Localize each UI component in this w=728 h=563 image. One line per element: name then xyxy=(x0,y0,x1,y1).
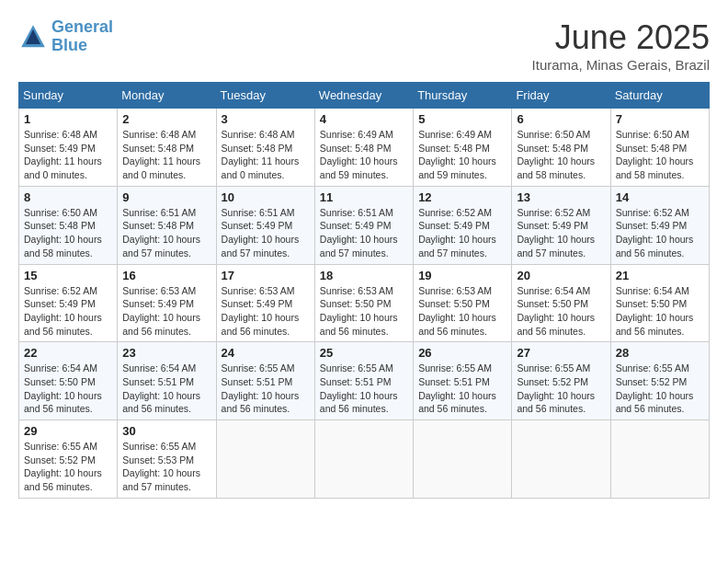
calendar-cell: 8Sunrise: 6:50 AM Sunset: 5:48 PM Daylig… xyxy=(19,186,118,264)
day-detail: Sunrise: 6:52 AM Sunset: 5:49 PM Dayligh… xyxy=(517,206,605,260)
day-number: 6 xyxy=(517,112,605,126)
calendar-week-row: 22Sunrise: 6:54 AM Sunset: 5:50 PM Dayli… xyxy=(19,342,710,420)
day-detail: Sunrise: 6:48 AM Sunset: 5:49 PM Dayligh… xyxy=(24,128,112,182)
calendar-cell: 1Sunrise: 6:48 AM Sunset: 5:49 PM Daylig… xyxy=(19,109,118,187)
day-detail: Sunrise: 6:50 AM Sunset: 5:48 PM Dayligh… xyxy=(24,206,112,260)
day-detail: Sunrise: 6:55 AM Sunset: 5:51 PM Dayligh… xyxy=(222,362,310,416)
day-number: 11 xyxy=(320,190,408,204)
calendar-cell: 17Sunrise: 6:53 AM Sunset: 5:49 PM Dayli… xyxy=(216,264,314,342)
calendar-cell: 12Sunrise: 6:52 AM Sunset: 5:49 PM Dayli… xyxy=(414,186,512,264)
day-number: 15 xyxy=(24,269,112,282)
day-number: 8 xyxy=(24,190,112,204)
calendar-cell: 14Sunrise: 6:52 AM Sunset: 5:49 PM Dayli… xyxy=(610,186,709,264)
day-detail: Sunrise: 6:53 AM Sunset: 5:49 PM Dayligh… xyxy=(222,284,310,339)
column-header-thursday: Thursday xyxy=(414,83,512,109)
calendar-cell: 6Sunrise: 6:50 AM Sunset: 5:48 PM Daylig… xyxy=(512,109,610,187)
day-number: 28 xyxy=(616,346,704,360)
column-header-friday: Friday xyxy=(512,83,610,109)
calendar-cell: 22Sunrise: 6:54 AM Sunset: 5:50 PM Dayli… xyxy=(19,342,118,420)
calendar-cell: 16Sunrise: 6:53 AM Sunset: 5:49 PM Dayli… xyxy=(118,264,216,342)
calendar-cell: 9Sunrise: 6:51 AM Sunset: 5:48 PM Daylig… xyxy=(118,186,216,264)
calendar-week-row: 15Sunrise: 6:52 AM Sunset: 5:49 PM Dayli… xyxy=(19,264,710,342)
calendar-cell: 29Sunrise: 6:55 AM Sunset: 5:52 PM Dayli… xyxy=(19,420,118,499)
calendar-cell xyxy=(414,420,512,499)
day-detail: Sunrise: 6:54 AM Sunset: 5:50 PM Dayligh… xyxy=(24,362,112,416)
day-detail: Sunrise: 6:49 AM Sunset: 5:48 PM Dayligh… xyxy=(418,128,506,182)
day-detail: Sunrise: 6:48 AM Sunset: 5:48 PM Dayligh… xyxy=(222,128,310,182)
logo-text: General Blue xyxy=(51,18,113,55)
day-detail: Sunrise: 6:51 AM Sunset: 5:48 PM Dayligh… xyxy=(122,206,210,260)
calendar-table: SundayMondayTuesdayWednesdayThursdayFrid… xyxy=(18,82,710,499)
day-detail: Sunrise: 6:55 AM Sunset: 5:51 PM Dayligh… xyxy=(320,362,408,416)
calendar-cell xyxy=(314,420,413,499)
calendar-header-row: SundayMondayTuesdayWednesdayThursdayFrid… xyxy=(19,83,710,109)
day-number: 2 xyxy=(122,112,210,126)
day-detail: Sunrise: 6:51 AM Sunset: 5:49 PM Dayligh… xyxy=(222,206,310,260)
calendar-cell: 13Sunrise: 6:52 AM Sunset: 5:49 PM Dayli… xyxy=(512,186,610,264)
logo-icon xyxy=(18,22,48,52)
calendar-week-row: 8Sunrise: 6:50 AM Sunset: 5:48 PM Daylig… xyxy=(19,186,710,264)
day-detail: Sunrise: 6:52 AM Sunset: 5:49 PM Dayligh… xyxy=(24,284,112,339)
calendar-cell xyxy=(216,420,314,499)
day-number: 7 xyxy=(616,112,704,126)
day-detail: Sunrise: 6:55 AM Sunset: 5:52 PM Dayligh… xyxy=(24,440,112,494)
calendar-cell: 24Sunrise: 6:55 AM Sunset: 5:51 PM Dayli… xyxy=(216,342,314,420)
day-number: 5 xyxy=(418,112,506,126)
column-header-monday: Monday xyxy=(118,83,216,109)
day-number: 10 xyxy=(222,190,310,204)
day-number: 29 xyxy=(24,424,112,438)
calendar-cell: 11Sunrise: 6:51 AM Sunset: 5:49 PM Dayli… xyxy=(314,186,413,264)
calendar-cell: 27Sunrise: 6:55 AM Sunset: 5:52 PM Dayli… xyxy=(512,342,610,420)
logo: General Blue xyxy=(18,18,113,55)
day-number: 3 xyxy=(222,112,310,126)
day-number: 1 xyxy=(24,112,112,126)
day-detail: Sunrise: 6:53 AM Sunset: 5:49 PM Dayligh… xyxy=(122,284,210,339)
day-number: 20 xyxy=(517,269,605,282)
calendar-cell: 30Sunrise: 6:55 AM Sunset: 5:53 PM Dayli… xyxy=(118,420,216,499)
day-number: 4 xyxy=(320,112,408,126)
calendar-cell: 23Sunrise: 6:54 AM Sunset: 5:51 PM Dayli… xyxy=(118,342,216,420)
day-detail: Sunrise: 6:50 AM Sunset: 5:48 PM Dayligh… xyxy=(616,128,704,182)
column-header-tuesday: Tuesday xyxy=(216,83,314,109)
day-detail: Sunrise: 6:54 AM Sunset: 5:50 PM Dayligh… xyxy=(517,284,605,339)
day-number: 25 xyxy=(320,346,408,360)
day-number: 26 xyxy=(418,346,506,360)
day-number: 9 xyxy=(122,190,210,204)
header: General Blue June 2025 Iturama, Minas Ge… xyxy=(18,18,710,73)
day-number: 19 xyxy=(418,269,506,282)
calendar-cell: 15Sunrise: 6:52 AM Sunset: 5:49 PM Dayli… xyxy=(19,264,118,342)
day-detail: Sunrise: 6:55 AM Sunset: 5:52 PM Dayligh… xyxy=(517,362,605,416)
day-detail: Sunrise: 6:50 AM Sunset: 5:48 PM Dayligh… xyxy=(517,128,605,182)
calendar-cell: 25Sunrise: 6:55 AM Sunset: 5:51 PM Dayli… xyxy=(314,342,413,420)
calendar-week-row: 1Sunrise: 6:48 AM Sunset: 5:49 PM Daylig… xyxy=(19,109,710,187)
column-header-wednesday: Wednesday xyxy=(314,83,413,109)
day-detail: Sunrise: 6:53 AM Sunset: 5:50 PM Dayligh… xyxy=(418,284,506,339)
calendar-subtitle: Iturama, Minas Gerais, Brazil xyxy=(532,57,710,73)
day-number: 27 xyxy=(517,346,605,360)
day-detail: Sunrise: 6:52 AM Sunset: 5:49 PM Dayligh… xyxy=(418,206,506,260)
calendar-cell: 20Sunrise: 6:54 AM Sunset: 5:50 PM Dayli… xyxy=(512,264,610,342)
day-number: 13 xyxy=(517,190,605,204)
column-header-sunday: Sunday xyxy=(19,83,118,109)
calendar-title: June 2025 xyxy=(532,18,710,57)
day-detail: Sunrise: 6:55 AM Sunset: 5:53 PM Dayligh… xyxy=(122,440,210,494)
day-detail: Sunrise: 6:55 AM Sunset: 5:51 PM Dayligh… xyxy=(418,362,506,416)
day-number: 21 xyxy=(616,269,704,282)
calendar-cell: 28Sunrise: 6:55 AM Sunset: 5:52 PM Dayli… xyxy=(610,342,709,420)
day-number: 30 xyxy=(122,424,210,438)
calendar-cell: 5Sunrise: 6:49 AM Sunset: 5:48 PM Daylig… xyxy=(414,109,512,187)
day-number: 17 xyxy=(222,269,310,282)
day-number: 16 xyxy=(122,269,210,282)
day-detail: Sunrise: 6:51 AM Sunset: 5:49 PM Dayligh… xyxy=(320,206,408,260)
day-number: 14 xyxy=(616,190,704,204)
calendar-cell: 7Sunrise: 6:50 AM Sunset: 5:48 PM Daylig… xyxy=(610,109,709,187)
day-number: 22 xyxy=(24,346,112,360)
calendar-cell xyxy=(512,420,610,499)
calendar-cell: 26Sunrise: 6:55 AM Sunset: 5:51 PM Dayli… xyxy=(414,342,512,420)
day-detail: Sunrise: 6:52 AM Sunset: 5:49 PM Dayligh… xyxy=(616,206,704,260)
day-number: 23 xyxy=(122,346,210,360)
calendar-cell: 2Sunrise: 6:48 AM Sunset: 5:48 PM Daylig… xyxy=(118,109,216,187)
calendar-cell xyxy=(610,420,709,499)
day-detail: Sunrise: 6:55 AM Sunset: 5:52 PM Dayligh… xyxy=(616,362,704,416)
calendar-cell: 3Sunrise: 6:48 AM Sunset: 5:48 PM Daylig… xyxy=(216,109,314,187)
